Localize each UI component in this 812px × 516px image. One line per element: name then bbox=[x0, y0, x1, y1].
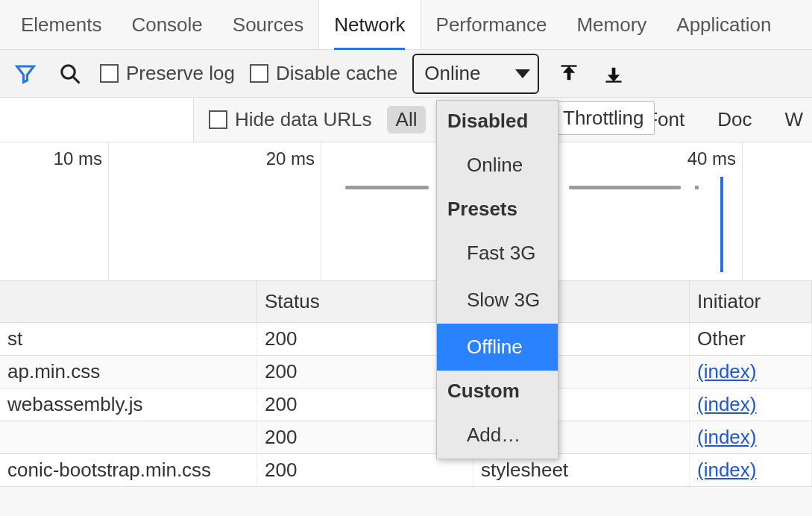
dropdown-item-slow-3g[interactable]: Slow 3G bbox=[437, 277, 558, 324]
cell-initiator[interactable]: (index) bbox=[690, 388, 812, 421]
hide-data-urls-label: Hide data URLs bbox=[235, 108, 372, 131]
dropdown-item-online[interactable]: Online bbox=[437, 142, 558, 189]
timeline-gridline bbox=[742, 142, 743, 280]
cell-initiator: Other bbox=[690, 323, 812, 355]
chevron-down-icon bbox=[515, 69, 530, 78]
svg-line-1 bbox=[73, 76, 80, 83]
preserve-log-label: Preserve log bbox=[126, 62, 235, 85]
table-row[interactable]: 200et(index) bbox=[0, 421, 812, 454]
dropdown-item-fast-3g[interactable]: Fast 3G bbox=[437, 230, 558, 277]
table-row[interactable]: st200ntOther bbox=[0, 323, 812, 356]
cell-name: st bbox=[0, 323, 257, 355]
cell-initiator[interactable]: (index) bbox=[690, 454, 812, 486]
svg-rect-2 bbox=[561, 65, 577, 66]
timeline-gridline bbox=[321, 142, 321, 280]
network-toolbar: Preserve log Disable cache Online bbox=[0, 50, 812, 98]
throttling-select[interactable]: Online bbox=[412, 54, 539, 94]
timeline-bar bbox=[569, 186, 681, 189]
preserve-log-checkbox[interactable]: Preserve log bbox=[100, 62, 235, 85]
cell-name: conic-bootstrap.min.css bbox=[0, 454, 257, 486]
table-row[interactable]: conic-bootstrap.min.css200stylesheet(ind… bbox=[0, 454, 812, 487]
throttling-dropdown: Disabled Online Presets Fast 3G Slow 3G … bbox=[436, 100, 558, 459]
tab-application[interactable]: Application bbox=[661, 0, 786, 49]
disable-cache-checkbox[interactable]: Disable cache bbox=[250, 62, 397, 85]
tab-console[interactable]: Console bbox=[116, 0, 217, 49]
tab-sources[interactable]: Sources bbox=[218, 0, 318, 49]
network-timeline[interactable]: 10 ms 20 ms 40 ms bbox=[0, 142, 812, 281]
initiator-link[interactable]: (index) bbox=[697, 360, 756, 383]
timeline-bar bbox=[345, 186, 429, 189]
timeline-dot bbox=[695, 186, 699, 189]
dropdown-group-custom: Custom bbox=[437, 371, 558, 412]
upload-icon[interactable] bbox=[554, 59, 584, 89]
hide-data-urls-checkbox[interactable]: Hide data URLs bbox=[209, 108, 372, 131]
network-filter-bar: Hide data URLs All X dia Font Doc W Thro… bbox=[0, 98, 812, 142]
timeline-gridline bbox=[108, 142, 109, 280]
filter-chip-ws-partial[interactable]: W bbox=[775, 106, 812, 133]
table-row[interactable]: ap.min.css200et(index) bbox=[0, 356, 812, 388]
initiator-link[interactable]: (index) bbox=[697, 393, 756, 415]
cell-initiator[interactable]: (index) bbox=[690, 421, 812, 453]
cell-name: webassembly.js bbox=[0, 388, 257, 421]
filter-icon[interactable] bbox=[10, 59, 40, 89]
tab-elements[interactable]: Elements bbox=[6, 0, 116, 49]
timeline-tick-label: 20 ms bbox=[266, 148, 321, 169]
col-name[interactable] bbox=[0, 281, 257, 322]
network-requests-table: Status Initiator st200ntOtherap.min.css2… bbox=[0, 281, 812, 487]
download-icon[interactable] bbox=[599, 59, 629, 89]
timeline-tick-label: 10 ms bbox=[54, 148, 108, 169]
filter-chip-doc[interactable]: Doc bbox=[708, 106, 761, 133]
svg-point-0 bbox=[62, 65, 75, 78]
devtools-tabs: Elements Console Sources Network Perform… bbox=[0, 0, 812, 50]
dropdown-item-add[interactable]: Add… bbox=[437, 412, 558, 459]
timeline-tick-label: 40 ms bbox=[687, 148, 742, 169]
search-icon[interactable] bbox=[55, 59, 85, 89]
cell-name: ap.min.css bbox=[0, 356, 257, 388]
cell-initiator[interactable]: (index) bbox=[690, 356, 812, 388]
initiator-link[interactable]: (index) bbox=[697, 426, 756, 448]
dropdown-item-offline[interactable]: Offline bbox=[437, 324, 558, 371]
tab-performance[interactable]: Performance bbox=[421, 0, 562, 49]
table-row[interactable]: webassembly.js200(index) bbox=[0, 388, 812, 421]
initiator-link[interactable]: (index) bbox=[697, 459, 756, 481]
throttling-select-value: Online bbox=[424, 62, 480, 85]
filter-input[interactable] bbox=[0, 98, 194, 142]
dropdown-group-presets: Presets bbox=[437, 189, 558, 230]
dropdown-group-disabled: Disabled bbox=[437, 101, 558, 142]
filter-chip-all[interactable]: All bbox=[387, 106, 427, 133]
svg-rect-3 bbox=[606, 81, 622, 82]
throttling-tooltip: Throttling bbox=[552, 101, 655, 135]
timeline-cursor bbox=[720, 177, 723, 272]
col-initiator[interactable]: Initiator bbox=[690, 281, 812, 322]
cell-name bbox=[0, 421, 257, 453]
tab-network[interactable]: Network bbox=[318, 0, 421, 49]
tab-memory[interactable]: Memory bbox=[561, 0, 661, 49]
table-header-row: Status Initiator bbox=[0, 281, 812, 323]
disable-cache-label: Disable cache bbox=[276, 62, 397, 85]
